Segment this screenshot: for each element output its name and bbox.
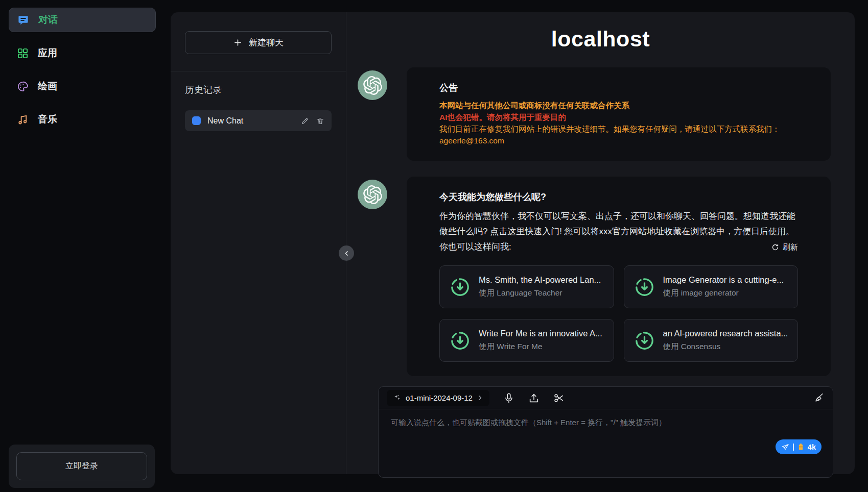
new-chat-label: 新建聊天: [249, 37, 284, 48]
suggestion-subtitle: 使用 Write For Me: [479, 341, 602, 352]
chat-area: localhost 公告 本网站与任何其他公司或商标没有任何关联或合作关系 AI…: [346, 12, 855, 474]
suggestion-title: Image Generator is a cutting-e...: [663, 275, 784, 285]
announcement-line-1: 本网站与任何其他公司或商标没有任何关联或合作关系: [439, 100, 798, 111]
sidebar-item-label: 音乐: [38, 113, 57, 126]
assistant-avatar: [358, 180, 387, 209]
chat-item-title: New Chat: [207, 116, 294, 126]
palette-icon: [17, 81, 29, 92]
suggestion-title: Ms. Smith, the AI-powered Lan...: [479, 275, 601, 285]
sidebar-item-label: 应用: [38, 46, 57, 60]
ask-me-label: 你也可以这样问我:: [439, 239, 511, 255]
microphone-button[interactable]: [503, 392, 514, 404]
model-name: o1-mini-2024-09-12: [406, 393, 473, 402]
chat-list-panel: 新建聊天 历史记录 New Chat: [171, 12, 346, 474]
delete-trash-icon[interactable]: [316, 117, 324, 125]
composer: o1-mini-2024-09-12: [378, 386, 833, 478]
assistant-avatar: [358, 70, 387, 100]
sparkles-icon: [393, 393, 402, 402]
chat-color-swatch: [192, 116, 201, 125]
send-plane-icon: [781, 443, 789, 451]
refresh-icon: [771, 243, 779, 251]
suggestion-subtitle: 使用 Consensus: [663, 341, 788, 352]
sidebar-item-label: 对话: [38, 13, 58, 27]
message-input[interactable]: [379, 409, 833, 477]
chevron-right-icon: [477, 395, 483, 401]
main-panel: 新建聊天 历史记录 New Chat localhost: [171, 12, 855, 474]
announcement-line-3: 我们目前正在修复我们网站上的错误并改进细节。如果您有任何疑问，请通过以下方式联系…: [439, 123, 798, 135]
page-title: localhost: [346, 27, 855, 52]
sidebar-item-music[interactable]: 音乐: [9, 107, 156, 132]
sidebar-login-card: 立即登录: [9, 445, 155, 488]
token-count-label: 4k: [808, 443, 816, 451]
edit-pencil-icon[interactable]: [301, 117, 309, 125]
announcement-card: 公告 本网站与任何其他公司或商标没有任何关联或合作关系 AI也会犯错。请勿将其用…: [407, 67, 831, 161]
scissors-button[interactable]: [553, 392, 565, 404]
suggestion-card[interactable]: an AI-powered research assista... 使用 Con…: [624, 319, 799, 362]
plus-icon: [233, 38, 243, 47]
suggestion-card[interactable]: Image Generator is a cutting-e... 使用 ima…: [624, 265, 799, 308]
sidebar-item-drawing[interactable]: 绘画: [9, 74, 156, 99]
chat-bubble-icon: [17, 14, 29, 26]
announcement-line-2: AI也会犯错。请勿将其用于重要目的: [439, 111, 798, 123]
chevron-left-icon: [342, 249, 351, 258]
sidebar-item-label: 绘画: [38, 80, 57, 93]
suggestion-subtitle: 使用 image generator: [663, 288, 784, 299]
welcome-heading: 今天我能为您做些什么呢?: [439, 191, 798, 203]
message-welcome: 今天我能为您做些什么呢? 作为你的智慧伙伴，我不仅可以写文案、出点子，还可以和你…: [346, 177, 855, 376]
message-announcement: 公告 本网站与任何其他公司或商标没有任何关联或合作关系 AI也会犯错。请勿将其用…: [346, 67, 855, 161]
history-title: 历史记录: [185, 84, 332, 96]
arrow-down-circle-icon: [450, 277, 470, 297]
welcome-card: 今天我能为您做些什么呢? 作为你的智慧伙伴，我不仅可以写文案、出点子，还可以和你…: [407, 177, 831, 376]
arrow-down-circle-icon: [635, 277, 654, 297]
send-button[interactable]: 4k: [776, 439, 822, 454]
microphone-icon: [503, 392, 514, 404]
model-selector[interactable]: o1-mini-2024-09-12: [387, 390, 489, 406]
openai-logo-icon: [363, 185, 382, 204]
clear-context-button[interactable]: [813, 392, 825, 404]
broom-icon: [813, 392, 825, 404]
suggestion-card[interactable]: Write For Me is an innovative A... 使用 Wr…: [439, 319, 614, 362]
new-chat-button[interactable]: 新建聊天: [185, 31, 332, 54]
announcement-heading: 公告: [439, 82, 798, 94]
openai-logo-icon: [363, 76, 382, 95]
arrow-down-circle-icon: [635, 331, 654, 351]
composer-toolbar: o1-mini-2024-09-12: [379, 387, 833, 409]
upload-button[interactable]: [528, 392, 539, 404]
suggestion-title: Write For Me is an innovative A...: [479, 329, 602, 338]
divider: [171, 71, 346, 71]
arrow-down-circle-icon: [450, 331, 470, 351]
refresh-suggestions-button[interactable]: 刷新: [771, 239, 798, 255]
scissors-icon: [553, 392, 565, 404]
suggestion-title: an AI-powered research assista...: [663, 329, 788, 338]
suggestion-grid: Ms. Smith, the AI-powered Lan... 使用 Lang…: [439, 265, 798, 362]
welcome-body: 作为你的智慧伙伴，我不仅可以写文案、出点子，还可以和你聊天、回答问题。想知道我还…: [439, 209, 798, 239]
app-window: 对话 应用 绘画 音乐 立即登录: [0, 0, 868, 492]
suggestion-subtitle: 使用 Language Teacher: [479, 288, 601, 299]
composer-body: 4k: [379, 409, 833, 477]
sidebar: 对话 应用 绘画 音乐 立即登录: [0, 0, 156, 492]
apps-grid-icon: [17, 47, 29, 59]
badge-divider: [793, 444, 794, 451]
upload-icon: [528, 392, 539, 404]
collapse-sidebar-handle[interactable]: [339, 245, 354, 261]
music-note-icon: [17, 114, 29, 126]
chat-history-item[interactable]: New Chat: [185, 110, 332, 131]
sidebar-item-chat[interactable]: 对话: [9, 8, 156, 32]
contact-email-link[interactable]: ageerle@163.com: [439, 136, 504, 145]
token-battery-icon: [797, 443, 804, 451]
sidebar-item-apps[interactable]: 应用: [9, 41, 156, 65]
login-button[interactable]: 立即登录: [16, 452, 147, 480]
suggestion-card[interactable]: Ms. Smith, the AI-powered Lan... 使用 Lang…: [439, 265, 614, 308]
